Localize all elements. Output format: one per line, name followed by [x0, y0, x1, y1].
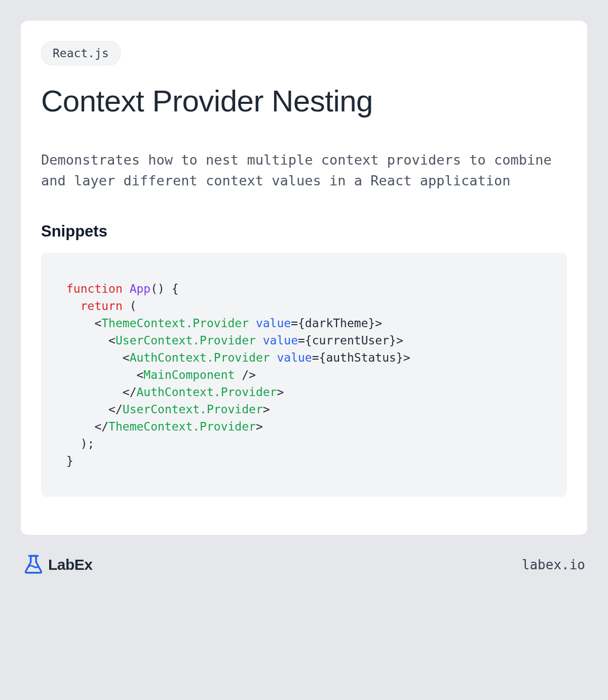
- brand: LabEx: [23, 554, 93, 575]
- function-name: App: [130, 282, 151, 295]
- page-title: Context Provider Nesting: [41, 84, 567, 119]
- flask-icon: [23, 554, 44, 575]
- jsx-selfclose-tag: MainComponent: [143, 368, 235, 381]
- jsx-value: ={currentUser}: [298, 334, 396, 347]
- jsx-tag: ThemeContext.Provider: [101, 317, 249, 330]
- jsx-close-tag: ThemeContext.Provider: [108, 420, 256, 433]
- domain-text: labex.io: [522, 557, 585, 572]
- keyword-return: return: [81, 299, 123, 313]
- footer: LabEx labex.io: [21, 554, 587, 575]
- content-card: React.js Context Provider Nesting Demons…: [21, 21, 587, 535]
- jsx-tag: UserContext.Provider: [116, 334, 256, 347]
- snippets-heading: Snippets: [41, 222, 567, 241]
- jsx-attr: value: [263, 334, 298, 347]
- jsx-attr: value: [256, 317, 291, 330]
- category-tag: React.js: [41, 41, 121, 65]
- fn-parens: () {: [150, 282, 178, 295]
- keyword-function: function: [66, 282, 123, 295]
- jsx-tag: AuthContext.Provider: [130, 351, 270, 364]
- code-snippet: function App() { return ( <ThemeContext.…: [41, 253, 567, 497]
- return-paren: (: [123, 299, 137, 313]
- jsx-attr: value: [277, 351, 312, 364]
- jsx-value: ={authStatus}: [312, 351, 403, 364]
- brand-name: LabEx: [48, 556, 93, 573]
- jsx-close-tag: UserContext.Provider: [123, 403, 263, 416]
- closing-brace: }: [66, 454, 73, 468]
- jsx-value: ={darkTheme}: [291, 317, 375, 330]
- jsx-close-tag: AuthContext.Provider: [136, 385, 277, 399]
- description-text: Demonstrates how to nest multiple contex…: [41, 150, 567, 191]
- closing-paren: );: [81, 437, 95, 450]
